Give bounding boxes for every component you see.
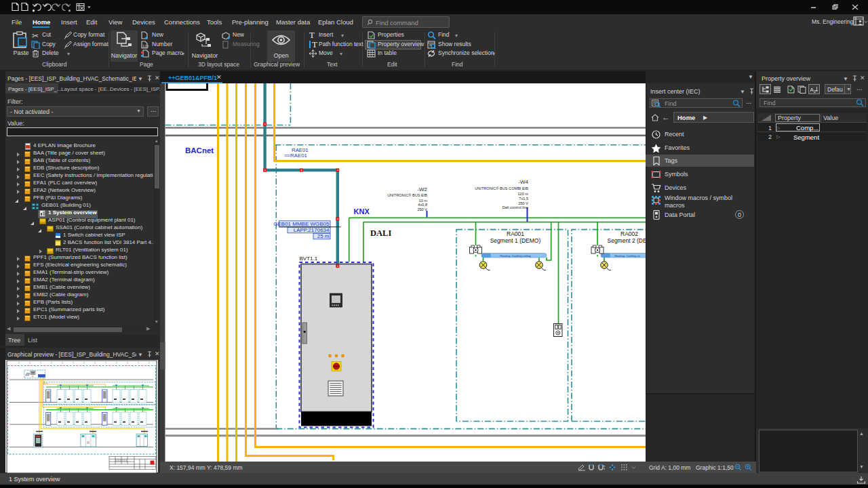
svg-text:LAPP.2170634: LAPP.2170634 <box>294 227 330 233</box>
svg-text:25 m: 25 m <box>317 233 330 239</box>
svg-text:Dali control line: Dali control line <box>502 205 528 209</box>
svg-text:==RAE01: ==RAE01 <box>284 152 307 159</box>
svg-text:123: 123 <box>142 44 149 48</box>
svg-text:-W4: -W4 <box>518 179 528 185</box>
svg-text:10 m: 10 m <box>419 199 428 203</box>
svg-text:RA001: RA001 <box>507 230 524 237</box>
svg-text:Segment 2 (DEM: Segment 2 (DEM <box>608 237 646 244</box>
svg-text:7x1,5: 7x1,5 <box>519 197 528 201</box>
svg-text:z: z <box>814 89 816 94</box>
svg-text:Segment 1 (DEMO): Segment 1 (DEMO) <box>490 237 541 244</box>
svg-text:UNITRONIC® BUS EIB: UNITRONIC® BUS EIB <box>387 193 427 197</box>
svg-text:BVT1.1: BVT1.1 <box>300 256 318 262</box>
svg-text:BACnet: BACnet <box>185 146 214 155</box>
svg-text:4x0,8: 4x0,8 <box>418 203 427 207</box>
svg-text:RA002: RA002 <box>620 230 638 237</box>
svg-text:120 m: 120 m <box>517 192 528 196</box>
svg-text:UNITRONIC® BUS COMBI EIB: UNITRONIC® BUS COMBI EIB <box>475 186 528 190</box>
svg-text:Heating- Cooling ce: Heating- Cooling ce <box>614 254 640 258</box>
svg-text:DALI: DALI <box>370 228 391 238</box>
svg-text:-W2: -W2 <box>417 186 427 192</box>
svg-text:250 V: 250 V <box>518 201 528 205</box>
svg-text:250 V: 250 V <box>417 207 427 211</box>
svg-text:Heating- Cooling ceiling: Heating- Cooling ceiling <box>500 254 531 258</box>
svg-text:GEB01 MMBE WGB05: GEB01 MMBE WGB05 <box>273 221 330 227</box>
svg-text:KNX: KNX <box>354 207 370 216</box>
